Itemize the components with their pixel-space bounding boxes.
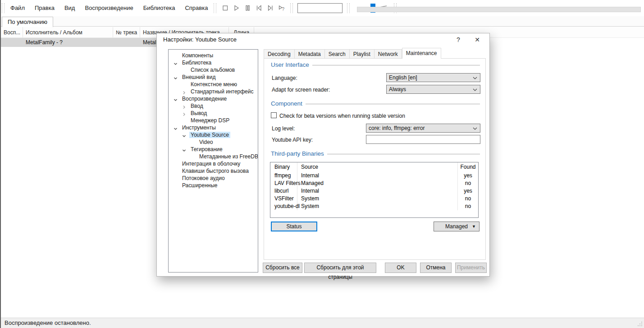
source-cell: Managed [297,180,457,187]
tab-network[interactable]: Network [375,49,402,59]
language-select[interactable]: English [en] [386,73,480,82]
tab-playlist[interactable]: Playlist [350,49,375,59]
beta-versions-checkbox[interactable] [271,112,277,118]
log-level-label: Log level: [272,125,295,132]
pause-button[interactable] [242,3,253,13]
tree-item-tagging[interactable]: Тегирование [169,146,258,153]
preferences-tree: КомпонентыБиблиотекаСписок альбомовВнешн… [168,49,258,273]
tree-item-dsp-manager[interactable]: Менеджер DSP [169,117,258,124]
tree-item-tools[interactable]: Инструменты [169,124,258,131]
tree-label: Инструменты [181,125,217,131]
tree-item-advanced[interactable]: Расширенные [169,182,258,189]
tree-item-display[interactable]: Внешний вид [169,74,258,81]
random-button[interactable]: ? [276,3,287,13]
play-button[interactable] [231,3,242,13]
cancel-button[interactable]: Отмена [420,263,452,273]
stop-button[interactable] [220,3,230,13]
binaries-row[interactable]: VSFilterSystemno [270,195,478,203]
binary-cell: youtube-dl [270,203,297,210]
section-component: Component [271,100,480,107]
previous-button[interactable] [254,3,264,13]
log-level-select[interactable]: core: info, ffmpeg: error [366,124,480,133]
cell-track-no [113,38,140,47]
tree-item-keyboard-shortcuts[interactable]: Клавиши быстрого вызова [169,167,258,175]
close-icon[interactable]: ✕ [470,33,485,46]
binaries-row[interactable]: LAV FiltersManagedno [270,180,478,187]
source-cell: System [297,203,457,210]
column-playing[interactable]: Восп... [1,27,23,37]
tree-label: Внешний вид [181,74,217,80]
menu-edit[interactable]: Правка [30,0,59,16]
tree-item-freedb-metadata[interactable]: Метаданные из FreeDB [169,153,258,160]
chevron-down-icon [473,88,477,92]
column-track-no[interactable]: № трека [113,27,140,37]
tab-search[interactable]: Search [325,49,350,59]
tree-item-input[interactable]: Ввод [169,102,258,110]
stop-icon [221,4,229,12]
tree-label: Список альбомов [189,67,236,73]
tree-item-components[interactable]: Компоненты [169,52,258,59]
language-value: English [en] [389,74,417,81]
previous-icon [255,4,263,12]
search-input[interactable] [297,3,343,13]
tab-metadata[interactable]: Metadata [295,49,325,59]
menu-help[interactable]: Справка [180,0,213,16]
playlist-tab-default[interactable]: По умолчанию [2,17,53,27]
tree-label: Менеджер DSP [189,117,231,124]
toolbar-grip[interactable] [2,3,5,13]
menu-library[interactable]: Библиотека [138,0,180,16]
status-text: Воспроизведение остановлено. [5,319,91,326]
tree-label: Компоненты [181,52,215,59]
binaries-row[interactable]: ffmpegInternalyes [270,172,478,180]
next-icon [266,4,274,12]
tree-label: Контекстное меню [189,81,238,88]
ok-button[interactable]: OK [385,263,416,273]
tab-decoding[interactable]: Decoding [264,49,295,59]
chevron-down-icon [473,77,477,80]
tree-item-default-ui[interactable]: Стандартный интерфейс [169,88,258,95]
section-rule [312,65,480,65]
toolbar-grip[interactable] [214,3,216,13]
tree-item-shell-integration[interactable]: Интеграция в оболочку [169,160,258,167]
toolbar-grip[interactable] [347,3,350,13]
menu-playback[interactable]: Воспроизведение [80,0,138,16]
help-button[interactable]: ? [451,33,466,46]
cell-artist-album: MetalFamily - ? [23,38,113,47]
api-key-input[interactable] [366,135,480,144]
resize-grip[interactable] [637,321,643,327]
tree-item-streaming-audio[interactable]: Потоковое аудио [169,175,258,182]
tree-item-video[interactable]: Video [169,139,258,146]
toolbar-grip[interactable] [290,3,293,13]
tree-item-output[interactable]: Вывод [169,110,258,117]
menu-view[interactable]: Вид [59,0,80,16]
binaries-row[interactable]: youtube-dlSystemno [270,203,478,210]
source-cell: Internal [297,172,457,180]
reset-page-button[interactable]: Сбросить для этой страницы [304,263,376,273]
screen-reader-select[interactable]: Always [386,85,480,94]
tree-item-album-list[interactable]: Список альбомов [169,66,258,74]
section-binaries: Third-party Binaries [271,150,480,157]
tree-item-youtube-source[interactable]: Youtube Source [169,131,258,139]
status-button[interactable]: Status [271,222,317,231]
tree-label: Расширенные [181,182,219,189]
preferences-dialog: Настройки: Youtube Source ? ✕ Компоненты… [156,33,490,277]
dialog-title: Настройки: Youtube Source [163,33,237,46]
column-artist-album[interactable]: Исполнитель / Альбом [23,27,113,37]
tab-maintenance[interactable]: Maintenance [402,48,441,59]
tree-item-media-library[interactable]: Библиотека [169,59,258,66]
menu-file[interactable]: Файл [5,0,30,16]
managed-dropdown[interactable]: Managed ▼ [434,222,480,231]
tree-label: Вывод [189,110,208,116]
next-button[interactable] [265,3,275,13]
binaries-row[interactable]: libcurlInternalyes [270,187,478,195]
tree-label: Youtube Source [189,132,230,138]
reset-all-button[interactable]: Сбросить все [263,263,302,273]
svg-text:?: ? [282,7,285,12]
tree-item-playback[interactable]: Воспроизведение [169,95,258,102]
dialog-titlebar[interactable]: Настройки: Youtube Source ? ✕ [157,33,489,46]
tree-item-context-menu[interactable]: Контекстное меню [169,81,258,88]
found-cell: yes [457,172,478,180]
beta-versions-label: Check for beta versions when running sta… [279,113,405,119]
col-source: Source [297,162,457,172]
seekbar[interactable] [357,7,641,12]
